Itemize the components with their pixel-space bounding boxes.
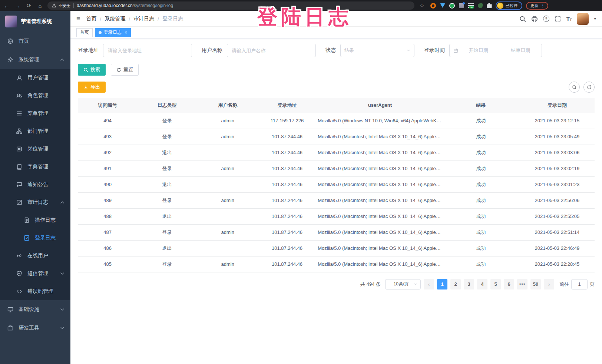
browser-home-icon[interactable]: ⌂ bbox=[36, 3, 44, 9]
browser-back-icon[interactable]: ← bbox=[3, 3, 10, 9]
table-row[interactable]: 494登录admin117.159.17.226Mozilla/5.0 (Win… bbox=[78, 113, 595, 129]
sidebar-item-notice[interactable]: 通知公告 bbox=[0, 176, 70, 193]
browser-forward-icon[interactable]: → bbox=[14, 3, 22, 9]
sidebar-item-system[interactable]: 系统管理 bbox=[0, 50, 70, 69]
next-page-button[interactable]: › bbox=[544, 279, 554, 289]
column-header: 用户名称 bbox=[197, 98, 259, 113]
table-header-row: 访问编号 日志类型 用户名称 登录地址 userAgent 结果 登录日期 bbox=[78, 98, 595, 113]
hamburger-icon[interactable]: ≡ bbox=[76, 15, 80, 23]
sidebar-item-login-log[interactable]: 登录日志 bbox=[0, 229, 70, 247]
table-cell: 2021-05-03 23:12:15 bbox=[520, 113, 595, 129]
breadcrumb-item[interactable]: 系统管理 bbox=[105, 16, 125, 22]
caret-down-icon[interactable]: ▾ bbox=[594, 16, 596, 21]
login-address-input[interactable] bbox=[103, 44, 192, 57]
user-avatar[interactable] bbox=[577, 13, 589, 25]
breadcrumb-item[interactable]: 审计日志 bbox=[133, 16, 154, 22]
sidebar-item-infra[interactable]: 基础设施 bbox=[0, 300, 70, 319]
status-select[interactable]: 结果 bbox=[340, 44, 414, 57]
search-icon[interactable] bbox=[519, 16, 526, 22]
extension-grid-icon[interactable] bbox=[459, 3, 464, 8]
pagination-ellipsis[interactable]: ••• bbox=[517, 279, 527, 289]
github-icon[interactable] bbox=[531, 16, 538, 22]
table-row[interactable]: 489登录admin101.87.244.46Mozilla/5.0 (Maci… bbox=[78, 192, 595, 208]
breadcrumb-item[interactable]: 首页 bbox=[86, 16, 97, 22]
username-input[interactable] bbox=[227, 44, 316, 57]
tag-login-log[interactable]: 登录日志 × bbox=[95, 28, 131, 37]
page-button[interactable]: 2 bbox=[450, 279, 461, 289]
page-button[interactable]: 1 bbox=[437, 279, 447, 289]
table-row[interactable]: 493登录admin101.87.244.46Mozilla/5.0 (Maci… bbox=[78, 129, 595, 145]
address-bar[interactable]: 不安全 dashboard.yudao.iocoder.cn/system/lo… bbox=[47, 1, 414, 10]
url-path: /system/log/login-log bbox=[133, 3, 173, 8]
browser-menu-icon[interactable]: ⋮ bbox=[541, 3, 545, 8]
table-row[interactable]: 490退出101.87.244.46Mozilla/5.0 (Macintosh… bbox=[78, 176, 595, 192]
extension-gem-icon[interactable] bbox=[440, 3, 445, 8]
page-button[interactable]: 50 bbox=[530, 279, 541, 289]
table-row[interactable]: 485登录admin101.87.244.46Mozilla/5.0 (Maci… bbox=[78, 256, 595, 272]
page-button[interactable]: 4 bbox=[477, 279, 487, 289]
toolbox-icon bbox=[7, 325, 13, 331]
extension-list-icon[interactable]: on bbox=[468, 3, 474, 8]
search-button[interactable]: 搜索 bbox=[78, 64, 106, 76]
sidebar-item-users[interactable]: 用户管理 bbox=[0, 69, 70, 87]
date-range-picker[interactable]: 开始日期 - 结束日期 bbox=[449, 44, 542, 57]
sidebar-item-online-users[interactable]: 在线用户 bbox=[0, 247, 70, 265]
table-cell: Mozilla/5.0 (Macintosh; Intel Mac OS X 1… bbox=[315, 176, 442, 192]
reset-button[interactable]: 重置 bbox=[111, 64, 139, 76]
sidebar-item-roles[interactable]: 角色管理 bbox=[0, 87, 70, 105]
extension-ring-icon[interactable] bbox=[430, 3, 436, 9]
sidebar-item-devtools[interactable]: 研发工具 bbox=[0, 319, 70, 337]
export-button[interactable]: 导出 bbox=[78, 82, 106, 93]
sidebar-item-sms[interactable]: 短信管理 bbox=[0, 265, 70, 282]
table-cell: admin bbox=[197, 224, 259, 240]
browser-profile-badge[interactable]: 已暂停 bbox=[496, 1, 522, 10]
security-warning[interactable]: 不安全 bbox=[52, 3, 70, 9]
app-logo-row[interactable]: 芋道管理系统 bbox=[0, 11, 70, 32]
refresh-table-button[interactable] bbox=[583, 82, 595, 93]
url-text: dashboard.yudao.iocoder.cn/system/log/lo… bbox=[77, 3, 173, 8]
page-size-select[interactable]: 10条/页 bbox=[385, 279, 421, 289]
extension-green-icon[interactable] bbox=[449, 3, 455, 9]
sidebar-item-audit-log[interactable]: 审计日志 bbox=[0, 193, 70, 211]
table-row[interactable]: 491登录admin101.87.244.46Mozilla/5.0 (Maci… bbox=[78, 161, 595, 176]
sidebar-item-label: 菜单管理 bbox=[27, 110, 64, 117]
sidebar-item-home[interactable]: 首页 bbox=[0, 32, 70, 50]
sidebar-item-departments[interactable]: 部门管理 bbox=[0, 122, 70, 140]
shield-check-icon bbox=[16, 271, 22, 277]
sidebar-item-menus[interactable]: 菜单管理 bbox=[0, 105, 70, 122]
sidebar-item-label: 用户管理 bbox=[27, 75, 64, 81]
bookmark-star-icon[interactable]: ☆ bbox=[420, 3, 424, 9]
page-button[interactable]: 6 bbox=[504, 279, 514, 289]
goto-page-input[interactable] bbox=[571, 279, 588, 289]
extension-leaf-icon[interactable] bbox=[478, 3, 483, 8]
font-size-icon[interactable]: TT bbox=[566, 16, 572, 22]
filter-login-address: 登录地址 bbox=[78, 44, 192, 57]
page-button[interactable]: 5 bbox=[490, 279, 501, 289]
page-button[interactable]: 3 bbox=[464, 279, 474, 289]
table-row[interactable]: 487登录admin101.87.244.46Mozilla/5.0 (Maci… bbox=[78, 224, 595, 240]
extension-icons: on bbox=[430, 3, 492, 9]
browser-reload-icon[interactable]: ⟳ bbox=[25, 2, 33, 9]
table-row[interactable]: 488退出101.87.244.46Mozilla/5.0 (Macintosh… bbox=[78, 208, 595, 224]
table-row[interactable]: 486退出101.87.244.46Mozilla/5.0 (Macintosh… bbox=[78, 240, 595, 256]
hide-search-button[interactable] bbox=[569, 82, 580, 93]
table-cell: 登录 bbox=[137, 224, 196, 240]
start-date-placeholder: 开始日期 bbox=[461, 47, 496, 54]
sidebar-item-error-codes[interactable]: 错误码管理 bbox=[0, 282, 70, 300]
fullscreen-icon[interactable] bbox=[555, 16, 561, 22]
help-icon[interactable]: ? bbox=[543, 16, 549, 22]
extensions-puzzle-icon[interactable] bbox=[487, 3, 492, 8]
table-cell bbox=[197, 145, 259, 161]
sidebar-item-operation-log[interactable]: 操作日志 bbox=[0, 211, 70, 229]
browser-update-button[interactable]: 更新 ⋮ bbox=[526, 2, 548, 10]
tag-home[interactable]: 首页 bbox=[76, 28, 93, 37]
prev-page-button[interactable]: ‹ bbox=[424, 279, 434, 289]
table-cell bbox=[197, 208, 259, 224]
table-cell: 101.87.244.46 bbox=[259, 256, 315, 272]
tag-close-icon[interactable]: × bbox=[125, 30, 127, 35]
sidebar-item-posts[interactable]: 岗位管理 bbox=[0, 140, 70, 158]
table-cell: Mozilla/5.0 (Macintosh; Intel Mac OS X 1… bbox=[315, 240, 442, 256]
sidebar-item-dict[interactable]: 字典管理 bbox=[0, 158, 70, 176]
table-row[interactable]: 492退出101.87.244.46Mozilla/5.0 (Macintosh… bbox=[78, 145, 595, 161]
date-separator: - bbox=[499, 48, 500, 53]
